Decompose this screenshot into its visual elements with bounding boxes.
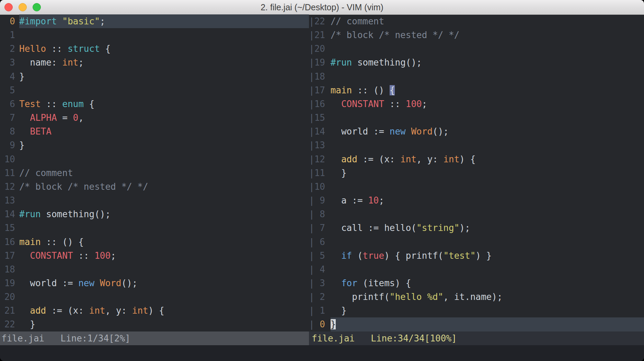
code-line[interactable]: 0#import "basic"; <box>0 14 309 28</box>
code-line[interactable]: |21 /* block /* nested */ */ <box>309 28 644 42</box>
token: Hello <box>19 44 46 54</box>
code-line[interactable]: 16main :: () { <box>0 235 309 249</box>
code-line[interactable]: |12 add := (x: int, y: int) { <box>309 152 644 166</box>
code-line[interactable]: 2Hello :: struct { <box>0 42 309 56</box>
token: int <box>132 305 148 316</box>
pane-divider: | <box>309 140 314 150</box>
line-number: | 1 <box>309 304 331 317</box>
code-line[interactable]: 12/* block /* nested */ */ <box>0 180 309 194</box>
code-text: if (true) { printf("test") } <box>331 249 644 263</box>
token: new <box>78 278 94 288</box>
code-line[interactable]: 21 add := (x: int, y: int) { <box>0 304 309 317</box>
token: ; <box>422 99 427 109</box>
pane-divider: | <box>309 113 314 123</box>
token: ) } <box>475 251 492 261</box>
zoom-button[interactable] <box>33 3 41 11</box>
token: Word <box>411 126 433 137</box>
code-line[interactable]: | 4 <box>309 263 644 276</box>
left-pane[interactable]: 0#import "basic";12Hello :: struct {3 na… <box>0 14 309 331</box>
token: := (x: <box>46 305 89 316</box>
code-text <box>331 180 644 194</box>
token <box>19 251 30 261</box>
code-line[interactable]: 7 ALPHA = 0, <box>0 111 309 125</box>
code-line[interactable]: 19 world := new Word(); <box>0 276 309 290</box>
token: :: () <box>352 85 390 95</box>
code-text <box>19 28 309 42</box>
token: (); <box>433 126 449 137</box>
code-text: } <box>19 138 309 152</box>
code-line[interactable]: |22 // comment <box>309 14 644 28</box>
code-line[interactable]: 9} <box>0 138 309 152</box>
code-line[interactable]: 10 <box>0 152 309 166</box>
code-line[interactable]: 14#run something(); <box>0 207 309 221</box>
line-number: 1 <box>0 28 15 42</box>
code-line[interactable]: | 9 a := 10; <box>309 194 644 207</box>
code-line[interactable]: | 5 if (true) { printf("test") } <box>309 249 644 263</box>
cursor: } <box>331 319 336 329</box>
token: add <box>30 305 46 316</box>
minimize-button[interactable] <box>19 3 27 11</box>
token: 100 <box>94 251 111 261</box>
code-line[interactable]: 4} <box>0 70 309 83</box>
code-line[interactable]: |15 <box>309 111 644 125</box>
token: main <box>331 85 352 95</box>
code-line[interactable]: 3 name: int; <box>0 56 309 69</box>
line-number: |20 <box>309 42 331 56</box>
line-number: |17 <box>309 83 331 97</box>
status-filename-right: file.jai <box>312 333 355 343</box>
code-line[interactable]: 18 <box>0 263 309 276</box>
code-text <box>331 138 644 152</box>
code-line[interactable]: 11// comment <box>0 166 309 180</box>
line-number: |11 <box>309 166 331 180</box>
code-line[interactable]: |20 <box>309 42 644 56</box>
code-text: } <box>331 166 644 180</box>
code-line[interactable]: | 3 for (items) { <box>309 276 644 290</box>
code-line[interactable]: |13 <box>309 138 644 152</box>
code-line[interactable]: 8 BETA <box>0 125 309 138</box>
pane-divider: | <box>309 71 314 82</box>
token: Test <box>19 99 41 109</box>
pane-divider: | <box>309 305 314 316</box>
code-line[interactable]: | 2 printf("hello %d", it.name); <box>309 290 644 304</box>
code-line[interactable]: | 0 } <box>309 317 644 331</box>
code-line[interactable]: | 1 } <box>309 304 644 317</box>
code-line[interactable]: |19 #run something(); <box>309 56 644 69</box>
code-line[interactable]: |16 CONSTANT :: 100; <box>309 97 644 111</box>
code-line[interactable]: 15 <box>0 221 309 235</box>
code-line[interactable]: 20 <box>0 290 309 304</box>
code-line[interactable]: |10 <box>309 180 644 194</box>
status-bar-right: file.jaiLine:34/34[100%] <box>309 331 644 345</box>
code-line[interactable]: | 8 <box>309 207 644 221</box>
code-line[interactable]: | 6 <box>309 235 644 249</box>
code-line[interactable]: | 7 call := hello("string"); <box>309 221 644 235</box>
title-bar[interactable]: 2. file.jai (~/Desktop) - VIM (vim) <box>0 0 644 15</box>
code-line[interactable]: |14 world := new Word(); <box>309 125 644 138</box>
close-button[interactable] <box>4 3 13 11</box>
command-line[interactable] <box>0 345 644 361</box>
code-line[interactable]: 22 } <box>0 317 309 331</box>
line-number: 20 <box>0 290 15 304</box>
line-number: 21 <box>0 304 15 317</box>
token: int <box>89 305 105 316</box>
line-number: 11 <box>0 166 15 180</box>
code-line[interactable]: 6Test :: enum { <box>0 97 309 111</box>
token: int <box>443 154 459 164</box>
line-number: 3 <box>0 56 15 69</box>
line-number: 10 <box>0 152 15 166</box>
token: :: <box>46 44 68 54</box>
code-line[interactable]: 17 CONSTANT :: 100; <box>0 249 309 263</box>
code-line[interactable]: |18 <box>309 70 644 83</box>
pane-divider: | <box>309 264 314 275</box>
code-line[interactable]: 1 <box>0 28 309 42</box>
code-line[interactable]: |11 } <box>309 166 644 180</box>
code-line[interactable]: 5 <box>0 83 309 97</box>
code-line[interactable]: 13 <box>0 194 309 207</box>
code-line[interactable]: |17 main :: () { <box>309 83 644 97</box>
right-pane[interactable]: |22 // comment|21 /* block /* nested */ … <box>309 14 644 331</box>
line-number: | 0 <box>309 317 331 331</box>
token: ) { printf( <box>384 251 443 261</box>
line-number: | 4 <box>309 263 331 276</box>
matching-brace: { <box>390 85 395 95</box>
token: int <box>400 154 416 164</box>
token: #run <box>19 209 41 219</box>
